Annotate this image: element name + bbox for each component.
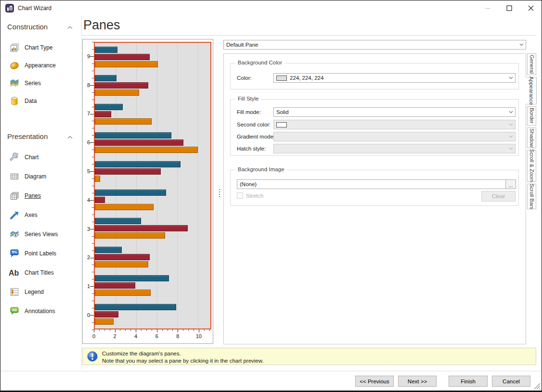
series-orange-bar xyxy=(95,318,114,325)
info-bar: Customize the diagram's panes. Note that… xyxy=(82,348,536,365)
section-construction-label: Construction xyxy=(7,23,48,31)
bar-group-0 xyxy=(95,300,210,329)
sidebar-item-label: Series xyxy=(25,80,41,87)
wrench-icon xyxy=(8,152,21,163)
sidebar-item-series[interactable]: Series xyxy=(0,75,81,92)
chevron-down-icon xyxy=(518,40,525,49)
cancel-button[interactable]: Cancel xyxy=(492,376,530,387)
sidebar-item-series-views[interactable]: Series Views xyxy=(0,226,81,243)
fill-mode-value: Solid xyxy=(276,109,289,115)
series-red-bar xyxy=(95,111,111,117)
color-swatch xyxy=(276,76,287,81)
maximize-button[interactable] xyxy=(498,0,520,15)
browse-button[interactable]: ... xyxy=(505,180,516,189)
data-icon xyxy=(8,95,21,107)
tab-shadow[interactable]: Shadow xyxy=(527,127,536,148)
close-button[interactable] xyxy=(520,0,542,15)
x-axis-ticks xyxy=(94,329,211,333)
series-blue-bar xyxy=(95,75,116,81)
series-red-bar xyxy=(95,54,150,60)
sidebar-item-appearance[interactable]: Appearance xyxy=(0,57,81,74)
series-orange-bar xyxy=(95,232,165,239)
tab-general[interactable]: General xyxy=(527,53,536,75)
sidebar-item-chart[interactable]: Chart xyxy=(0,149,81,166)
next-button[interactable]: Next >> xyxy=(398,376,437,387)
section-presentation-label: Presentation xyxy=(7,132,48,140)
hatch-style-dropdown xyxy=(273,144,516,153)
sidebar-item-point-labels[interactable]: 5% Point Labels xyxy=(0,245,81,262)
section-presentation[interactable]: Presentation xyxy=(7,130,77,142)
series-red-bar xyxy=(95,82,148,89)
sidebar-item-chart-type[interactable]: Chart Type xyxy=(0,39,81,56)
finish-button[interactable]: Finish xyxy=(449,376,488,387)
series-blue-bar xyxy=(95,132,171,139)
series-views-icon xyxy=(8,228,21,240)
bar-group-7 xyxy=(95,100,210,128)
sidebar-item-label: Diagram xyxy=(25,173,46,180)
clear-button: Clear xyxy=(481,191,516,202)
splitter-handle[interactable] xyxy=(218,186,221,200)
pane-selector-dropdown[interactable]: Default Pane xyxy=(223,40,526,50)
appearance-icon xyxy=(8,60,21,71)
chart-wizard-dialog: Chart Wizard Construction xyxy=(0,0,542,392)
sidebar-item-diagram[interactable]: Diagram xyxy=(0,168,81,185)
series-red-bar xyxy=(95,311,118,317)
section-construction[interactable]: Construction xyxy=(7,21,77,32)
sidebar-item-label: Series Views xyxy=(25,231,58,238)
series-orange-bar xyxy=(95,290,151,296)
title-bar: Chart Wizard xyxy=(0,0,542,16)
series-red-bar xyxy=(95,168,161,175)
stretch-label: Stretch xyxy=(246,193,263,199)
chart-pane-selected[interactable] xyxy=(94,42,211,329)
resize-grip[interactable] xyxy=(534,383,541,390)
info-line-2: Note that you may select a pane by click… xyxy=(102,357,264,365)
series-orange-bar xyxy=(95,176,100,182)
panes-icon xyxy=(8,190,21,202)
group-background-image-title: Background Image xyxy=(235,166,287,172)
tab-border[interactable]: Border xyxy=(527,106,536,126)
sidebar-item-annotations[interactable]: Ab Annotations xyxy=(0,303,81,320)
background-image-path-field[interactable]: (None) ... xyxy=(237,179,516,189)
sidebar-item-chart-titles[interactable]: Ab Chart Titles xyxy=(0,264,81,281)
series-blue-bar xyxy=(95,275,169,281)
chevron-down-icon xyxy=(507,120,514,129)
bar-group-6 xyxy=(95,128,210,157)
footer-divider xyxy=(0,371,542,371)
diagram-grid-icon xyxy=(8,171,21,182)
sidebar-item-label: Chart Titles xyxy=(25,269,54,276)
tab-appearance[interactable]: Appearance xyxy=(526,77,537,104)
bar-group-1 xyxy=(95,271,210,300)
bar-group-3 xyxy=(95,214,210,242)
second-color-dropdown xyxy=(273,120,516,129)
chart-type-icon xyxy=(8,42,21,53)
fill-mode-dropdown[interactable]: Solid xyxy=(273,107,516,117)
previous-button[interactable]: << Previous xyxy=(355,376,394,387)
sidebar-item-legend[interactable]: Legend xyxy=(0,283,81,301)
tab-scroll-bars[interactable]: Scroll Bars xyxy=(527,184,536,209)
sidebar-item-data[interactable]: Data xyxy=(0,92,81,110)
sidebar-item-panes[interactable]: Panes xyxy=(0,187,81,204)
y-axis-labels: 9876543210 xyxy=(83,42,90,329)
second-color-swatch xyxy=(276,122,287,127)
tab-scroll-zoom[interactable]: Scroll & Zoom xyxy=(527,150,536,182)
gradient-mode-label: Gradient mode: xyxy=(237,134,275,139)
sidebar-item-label: Panes xyxy=(25,192,41,199)
background-color-dropdown[interactable]: 224, 224, 224 xyxy=(273,73,516,83)
sidebar-item-label: Appearance xyxy=(25,62,56,69)
svg-text:Ab: Ab xyxy=(9,269,19,277)
wizard-sidebar: Construction Chart Type xyxy=(0,16,82,369)
background-image-path-value: (None) xyxy=(240,181,257,187)
series-blue-bar xyxy=(95,104,123,110)
sidebar-item-axes[interactable]: Axes xyxy=(0,206,81,224)
collapse-chevron-icon xyxy=(67,132,73,140)
series-orange-bar xyxy=(95,261,148,267)
series-icon xyxy=(8,77,21,89)
chevron-down-icon xyxy=(507,132,514,141)
chart-preview: 9876543210 0246810 xyxy=(82,39,213,344)
annotations-icon: Ab xyxy=(8,305,21,317)
stretch-checkbox: Stretch xyxy=(237,192,263,199)
pane-selector-value: Default Pane xyxy=(226,42,258,48)
series-blue-bar xyxy=(95,47,117,53)
color-label: Color: xyxy=(237,75,252,81)
svg-text:5%: 5% xyxy=(12,250,17,254)
